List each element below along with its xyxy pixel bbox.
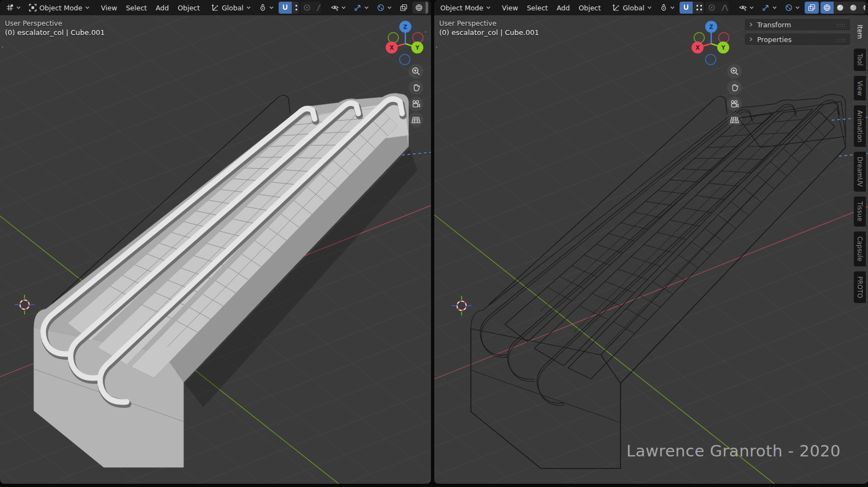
mode-label: Object Mode — [39, 4, 82, 12]
visibility-dropdown[interactable] — [736, 2, 757, 14]
toolbar-expand-icon[interactable]: › — [1, 44, 3, 51]
gizmo-arrow-icon — [354, 4, 362, 11]
transform-orientation-icon — [612, 4, 620, 11]
chevron-down-icon — [246, 6, 251, 9]
gizmos-toggle[interactable] — [759, 2, 780, 14]
panel-transform-label: Transform — [757, 21, 791, 29]
navigation-gizmo[interactable]: Z X Y — [687, 20, 735, 68]
menu-select[interactable]: Select — [121, 2, 151, 14]
perspective-toggle-button[interactable] — [409, 112, 423, 127]
pivot-dropdown[interactable] — [256, 2, 277, 14]
chevron-down-icon — [341, 6, 346, 9]
viewport-right: Object Mode View Select Add Object Globa… — [434, 0, 868, 484]
xray-toggle[interactable] — [805, 2, 819, 14]
magnifier-icon — [730, 67, 739, 76]
panel-transform[interactable]: Transform :::: — [744, 18, 851, 31]
perspective-grid-icon — [730, 115, 739, 124]
snap-target-dropdown[interactable] — [292, 2, 299, 14]
snap-toggle[interactable] — [680, 2, 693, 14]
header-menubar: View Select Add Object — [498, 2, 605, 14]
chevron-down-icon — [269, 6, 274, 9]
viewport-header-right: Object Mode View Select Add Object Globa… — [434, 0, 868, 15]
menu-object[interactable]: Object — [574, 2, 605, 14]
panel-grip[interactable]: :::: — [837, 22, 846, 28]
viewport-left: Object Mode View Select Add Object Globa… — [0, 0, 431, 484]
zoom-button[interactable] — [727, 64, 742, 79]
tab-item[interactable]: Item — [854, 20, 866, 44]
object-mode-icon — [29, 4, 37, 11]
viewport-canvas-area-left: User Perspective (0) escalator_col | Cub… — [0, 15, 431, 484]
mode-label: Object Mode — [440, 4, 483, 12]
chevron-right-icon — [749, 22, 753, 27]
overlays-toggle[interactable] — [374, 2, 395, 14]
3d-viewport-canvas-solid[interactable] — [0, 15, 431, 484]
shading-rendered-button[interactable] — [860, 2, 865, 14]
camera-view-button[interactable] — [409, 97, 423, 111]
overlays-sphere-icon — [785, 4, 793, 11]
chevron-right-icon — [749, 37, 753, 41]
pivot-dropdown[interactable] — [657, 2, 678, 14]
pan-button[interactable] — [727, 80, 742, 95]
panel-grip[interactable]: :::: — [837, 37, 846, 43]
mode-dropdown[interactable]: Object Mode — [26, 2, 93, 14]
viewport-header-left: Object Mode View Select Add Object Globa… — [0, 0, 431, 15]
falloff-curve-icon — [721, 4, 729, 11]
navigation-gizmo[interactable]: Z X Y — [381, 20, 429, 68]
eye-icon — [331, 4, 339, 11]
svg-text:X: X — [389, 45, 394, 51]
menu-add[interactable]: Add — [552, 2, 574, 14]
chevron-down-icon — [670, 6, 675, 9]
shading-solid-button[interactable] — [426, 2, 428, 14]
mode-dropdown[interactable]: Object Mode — [437, 2, 494, 14]
tab-proto[interactable]: PROTO — [854, 271, 866, 303]
shading-solid-button[interactable] — [834, 2, 847, 14]
svg-text:Z: Z — [403, 24, 407, 30]
proportional-toggle[interactable] — [705, 2, 718, 14]
chevron-down-icon — [772, 6, 777, 9]
material-sphere-icon — [849, 4, 857, 11]
shading-material-button[interactable] — [847, 2, 860, 14]
falloff-dropdown[interactable] — [314, 2, 321, 14]
snap-toggle[interactable] — [279, 2, 292, 14]
camera-view-button[interactable] — [727, 97, 742, 111]
3d-viewport-canvas-wireframe[interactable] — [434, 15, 868, 484]
orientation-dropdown[interactable]: Global — [208, 2, 254, 14]
pan-button[interactable] — [409, 80, 423, 95]
falloff-dropdown[interactable] — [718, 2, 729, 14]
visibility-dropdown[interactable] — [328, 2, 349, 14]
toolbar-expand-icon[interactable]: › — [435, 44, 438, 51]
tab-animation[interactable]: Animation — [854, 105, 866, 147]
tab-tool[interactable]: Tool — [854, 49, 866, 70]
orientation-dropdown[interactable]: Global — [609, 2, 655, 14]
menu-add[interactable]: Add — [151, 2, 173, 14]
hand-icon — [411, 83, 421, 92]
rendered-sphere-icon — [863, 4, 865, 11]
snap-target-dropdown[interactable] — [693, 2, 704, 14]
perspective-toggle-button[interactable] — [727, 112, 742, 127]
tab-tissue[interactable]: Tissue — [854, 197, 866, 226]
orientation-label: Global — [623, 4, 645, 12]
zoom-button[interactable] — [409, 64, 423, 79]
menu-view[interactable]: View — [498, 2, 523, 14]
tab-dreamuv[interactable]: DreamUV — [854, 152, 866, 192]
svg-text:Z: Z — [709, 24, 713, 30]
editor-type-button[interactable] — [3, 2, 24, 14]
menu-object[interactable]: Object — [173, 2, 204, 14]
tab-capsule[interactable]: Capsule — [854, 231, 866, 266]
xray-toggle[interactable] — [397, 2, 411, 14]
snap-group — [680, 2, 704, 14]
panel-properties[interactable]: Properties :::: — [744, 33, 851, 46]
overlays-toggle[interactable] — [782, 2, 803, 14]
proportional-toggle[interactable] — [300, 2, 314, 14]
eye-icon — [739, 4, 747, 11]
shading-wireframe-button[interactable] — [412, 2, 426, 14]
proportional-group — [300, 2, 321, 14]
menu-select[interactable]: Select — [522, 2, 552, 14]
gizmos-toggle[interactable] — [351, 2, 372, 14]
tab-view[interactable]: View — [854, 76, 866, 100]
chevron-down-icon — [387, 6, 392, 9]
shading-wireframe-button[interactable] — [820, 2, 834, 14]
magnifier-icon — [411, 67, 421, 76]
menu-view[interactable]: View — [97, 2, 122, 14]
viewport-canvas-area-right: User Perspective (0) escalator_col | Cub… — [434, 15, 868, 484]
